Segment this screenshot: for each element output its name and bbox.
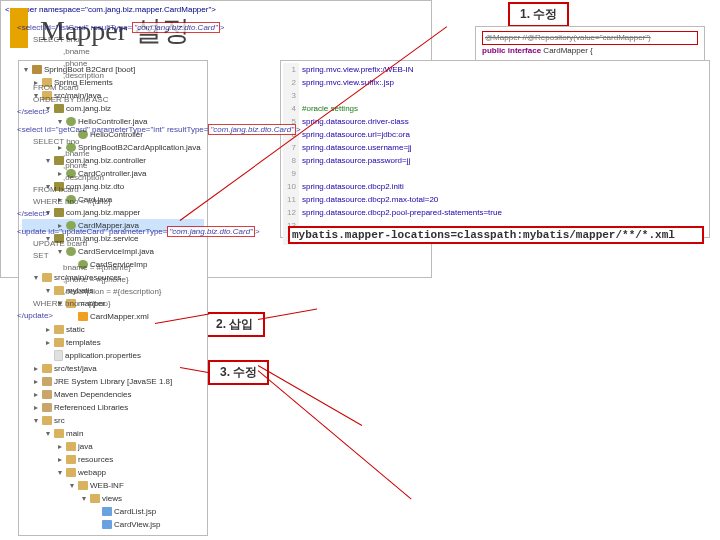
xml-line: WHERE bno = #{bno} — [5, 298, 427, 310]
tree-item[interactable]: CardView.jsp — [114, 518, 161, 531]
xml-line: ,description = #{description} — [5, 286, 427, 298]
tree-item[interactable]: resources — [78, 453, 113, 466]
tree-item[interactable]: src — [54, 414, 65, 427]
tree-item[interactable]: static — [66, 323, 85, 336]
xml-line: ORDER BY bno ASC — [5, 94, 427, 106]
xml-line: </select> — [5, 208, 427, 220]
tree-item[interactable]: templates — [66, 336, 101, 349]
tree-item[interactable]: webapp — [78, 466, 106, 479]
callout-1: 1. 수정 — [508, 2, 569, 27]
tree-item[interactable]: java — [78, 440, 93, 453]
xml-line: ,bname — [5, 46, 427, 58]
tree-item[interactable]: Referenced Libraries — [54, 401, 128, 414]
xml-line: ,description — [5, 172, 427, 184]
xml-mapper-panel[interactable]: <mapper namespace="com.jang.biz.mapper.C… — [0, 0, 432, 278]
xml-line: ,phone — [5, 58, 427, 70]
xml-line: WHERE bno = #{bno} — [5, 196, 427, 208]
tree-item[interactable]: JRE System Library [JavaSE 1.8] — [54, 375, 172, 388]
xml-line: ,phone = #{phone} — [5, 274, 427, 286]
xml-line: ,description — [5, 70, 427, 82]
tree-item[interactable]: CardList.jsp — [114, 505, 156, 518]
tree-item[interactable]: Maven Dependencies — [54, 388, 131, 401]
xml-line: ,bname — [5, 148, 427, 160]
java-line: public interface CardMapper { — [482, 45, 698, 57]
tree-item[interactable]: application.properties — [65, 349, 141, 362]
tree-item[interactable]: src/test/java — [54, 362, 97, 375]
java-line: @Mapper //@Repository(value="cardMapper"… — [482, 31, 698, 45]
xml-line: bname = #{bname} — [5, 262, 427, 274]
xml-line: <select id="listCard" resultType="com.ja… — [5, 22, 427, 34]
xml-line: </select> — [5, 106, 427, 118]
tree-item[interactable]: main — [66, 427, 83, 440]
xml-line: FROM bcard — [5, 82, 427, 94]
connector-line — [258, 365, 363, 426]
tree-item[interactable]: views — [102, 492, 122, 505]
xml-line: SELECT bno — [5, 34, 427, 46]
xml-line: SET — [5, 250, 427, 262]
tree-item[interactable]: WEB-INF — [90, 479, 124, 492]
xml-line: </update> — [5, 310, 427, 322]
xml-line: UPDATE bcard — [5, 238, 427, 250]
xml-line: SELECT bno — [5, 136, 427, 148]
connector-line — [258, 370, 412, 499]
xml-line: ,phone — [5, 160, 427, 172]
xml-line: <update id="updateCard" parameterType="c… — [5, 226, 427, 238]
xml-line: <select id="getCard" parameterType="int"… — [5, 124, 427, 136]
